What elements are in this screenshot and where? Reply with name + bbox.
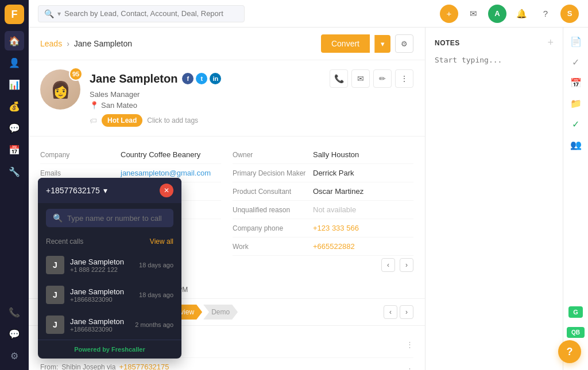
notes-title: NOTES <box>435 39 460 47</box>
nav-icon-deals[interactable]: 💰 <box>5 96 24 116</box>
search-bar[interactable]: 🔍 ▾ <box>38 5 245 22</box>
phone-chevron-icon: ▾ <box>103 186 107 195</box>
recent-calls-label: Recent calls <box>46 237 83 246</box>
nav-icon-messages[interactable]: 💬 <box>5 118 24 138</box>
score-badge: 95 <box>69 67 83 81</box>
profile-section: 👩 95 Jane Sampleton f t in 📞 <box>29 60 425 137</box>
social-icons: f t in <box>182 73 221 84</box>
sidebar-green-pill[interactable]: G <box>568 306 583 318</box>
pipeline-nav-next[interactable]: › <box>400 305 413 319</box>
phone-action-button[interactable]: 📞 <box>330 69 348 88</box>
field-unqualified: Unqualified reason Not available <box>233 201 413 219</box>
phone-search-input[interactable] <box>67 214 167 223</box>
nav-actions: + ✉ A 🔔 ? S <box>440 5 579 23</box>
field-company: Company Country Coffee Beanery <box>40 146 221 164</box>
pipeline-nav: ‹ › <box>384 305 413 319</box>
caller-name-2: Jane Sampleton <box>70 287 133 296</box>
field-company-phone: Company phone +123 333 566 <box>233 219 413 237</box>
nav-icon-contacts[interactable]: 👤 <box>5 53 24 72</box>
caller-number-1: +1 888 2222 122 <box>70 266 133 273</box>
phone-popup-header: +18577632175 ▾ ✕ <box>38 178 181 203</box>
search-icon: 🔍 <box>44 9 54 18</box>
from-label-2: From: <box>40 363 58 371</box>
nav-icon-chat[interactable]: 💬 <box>5 324 24 344</box>
linkedin-icon[interactable]: in <box>210 73 221 84</box>
powered-by-text: Powered by <box>74 346 111 353</box>
search-input[interactable] <box>64 9 238 18</box>
from-name-2: Shibin Joseph via <box>61 363 115 371</box>
profile-name-row: Jane Sampleton f t in 📞 ✉ ✏ ⋮ <box>90 69 413 88</box>
phone-search-area: 🔍 <box>38 203 181 233</box>
call-more-1[interactable]: ⋮ <box>406 340 413 349</box>
call-more-2[interactable]: ⋮ <box>406 367 413 370</box>
add-tag-button[interactable]: Click to add tags <box>147 116 198 124</box>
help-nav-button[interactable]: ? <box>536 5 555 23</box>
field-primary-decision: Primary Decision Maker Derrick Park <box>233 164 413 182</box>
sidebar-users-icon[interactable]: 👥 <box>567 135 585 154</box>
nav-icon-settings[interactable]: ⚙ <box>5 346 24 365</box>
nav-icon-phone[interactable]: 📞 <box>5 302 24 322</box>
bell-button[interactable]: 🔔 <box>512 5 531 23</box>
notes-header: NOTES + <box>435 37 554 49</box>
right-sidebar: 📄 ✓ 📅 📁 ✓ 👥 G QB + <box>563 28 588 370</box>
profile-action-buttons: 📞 ✉ ✏ ⋮ <box>330 69 413 88</box>
field-nav-next[interactable]: › <box>400 258 413 272</box>
call-list-item-3[interactable]: J Jane Sampleton +18668323090 2 months a… <box>38 310 181 340</box>
mail-button[interactable]: ✉ <box>464 5 482 23</box>
sidebar-qb-pill[interactable]: QB <box>567 327 585 338</box>
edit-action-button[interactable]: ✏ <box>373 69 392 88</box>
email-action-button[interactable]: ✉ <box>351 69 370 88</box>
recent-calls-header: Recent calls View all <box>38 233 181 250</box>
help-bubble[interactable]: ? <box>558 340 581 363</box>
app-logo[interactable]: F <box>5 5 24 24</box>
nav-icon-integrations[interactable]: 🔧 <box>5 162 24 181</box>
sidebar-page-icon[interactable]: 📄 <box>567 32 585 50</box>
search-dropdown[interactable]: ▾ <box>57 10 61 18</box>
caller-avatar-3: J <box>46 316 64 334</box>
notes-add-button[interactable]: + <box>547 37 554 49</box>
settings-gear-button[interactable]: ⚙ <box>395 34 413 53</box>
profile-info: Jane Sampleton f t in 📞 ✉ ✏ ⋮ <box>90 69 413 127</box>
facebook-icon[interactable]: f <box>182 73 194 84</box>
nav-icon-leads[interactable]: 🏠 <box>5 31 24 50</box>
breadcrumb-actions: Convert ▾ ⚙ <box>321 34 413 53</box>
nav-icon-reports[interactable]: 📊 <box>5 75 24 94</box>
profile-avatar-nav[interactable]: S <box>560 5 579 23</box>
phone-number-text: +18577632175 <box>46 186 100 195</box>
breadcrumb-parent[interactable]: Leads <box>40 39 62 48</box>
sidebar-calendar-icon[interactable]: 📅 <box>567 73 585 92</box>
caller-name-3: Jane Sampleton <box>70 317 129 326</box>
field-work: Work +665522882 <box>233 237 413 256</box>
caller-details-3: Jane Sampleton +18668323090 <box>70 317 129 333</box>
field-owner: Owner Sally Houston <box>233 146 413 164</box>
convert-button[interactable]: Convert <box>321 34 370 53</box>
add-button[interactable]: + <box>440 5 458 23</box>
pipeline-nav-prev[interactable]: ‹ <box>384 305 397 319</box>
more-action-button[interactable]: ⋮ <box>395 69 413 88</box>
caller-number-3: +18668323090 <box>70 326 129 333</box>
caller-number-2: +18668323090 <box>70 296 133 303</box>
convert-dropdown-button[interactable]: ▾ <box>374 35 390 53</box>
breadcrumb-current: Jane Sampleton <box>74 39 132 48</box>
sidebar-check2-icon[interactable]: ✓ <box>567 115 585 133</box>
sidebar-folder-icon[interactable]: 📁 <box>567 94 585 112</box>
view-all-calls-button[interactable]: View all <box>150 237 173 246</box>
call-list-item-2[interactable]: J Jane Sampleton +18668323090 18 days ag… <box>38 280 181 310</box>
phone-popup: +18577632175 ▾ ✕ 🔍 Recent calls View all… <box>38 178 181 359</box>
twitter-icon[interactable]: t <box>196 73 207 84</box>
sidebar-check-icon[interactable]: ✓ <box>567 53 585 71</box>
phone-close-button[interactable]: ✕ <box>160 184 173 197</box>
field-nav-prev[interactable]: ‹ <box>381 258 395 272</box>
nav-icon-calendar[interactable]: 📅 <box>5 140 24 159</box>
phone-number-display[interactable]: +18577632175 ▾ <box>46 186 107 195</box>
stage-demo[interactable]: Demo <box>203 305 238 320</box>
breadcrumb-separator: › <box>67 39 69 48</box>
caller-name-1: Jane Sampleton <box>70 258 133 266</box>
left-nav-rail: F 🏠 👤 📊 💰 💬 📅 🔧 📞 💬 ⚙ <box>0 0 29 370</box>
call-list-item-1[interactable]: J Jane Sampleton +1 888 2222 122 18 days… <box>38 250 181 280</box>
hot-lead-tag[interactable]: Hot Lead <box>102 114 142 127</box>
user-avatar-nav[interactable]: A <box>488 5 506 23</box>
notes-input[interactable] <box>435 56 554 102</box>
tag-icon: 🏷 <box>90 116 97 125</box>
from-number-2[interactable]: +18577632175 <box>119 363 169 370</box>
